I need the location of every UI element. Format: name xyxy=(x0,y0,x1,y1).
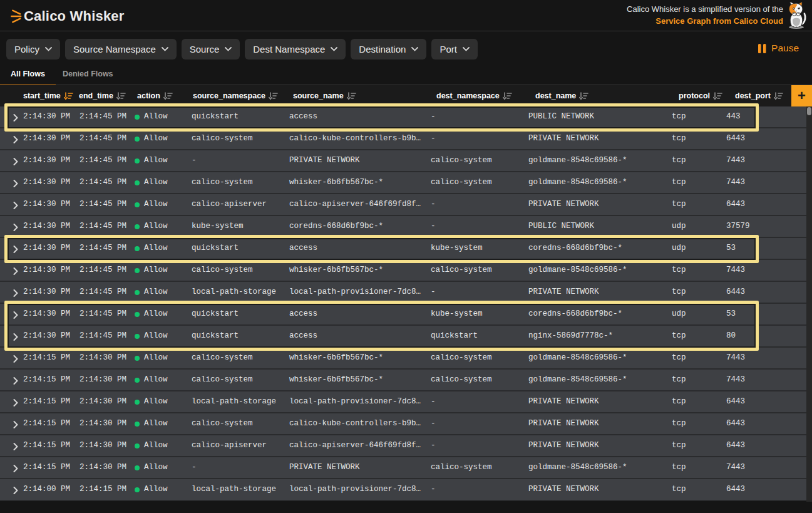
vertical-scrollbar-thumb[interactable] xyxy=(807,107,811,115)
filter-chip-chevron xyxy=(411,47,418,51)
row-expander-chevron-icon xyxy=(13,399,18,407)
column-header-protocol[interactable]: protocol xyxy=(679,85,722,106)
row-expander[interactable] xyxy=(13,399,18,409)
flow-row[interactable]: 2:14:30 PM2:14:45 PMAllowlocal-path-stor… xyxy=(0,282,806,304)
action-allow-dot xyxy=(135,334,140,339)
cell-end_time: 2:14:30 PM xyxy=(80,391,126,412)
filter-chip-dest-namespace[interactable]: Dest Namespace xyxy=(245,39,346,60)
column-header-label: protocol xyxy=(679,91,710,100)
row-expander[interactable] xyxy=(13,267,18,277)
flow-row[interactable]: 2:14:30 PM2:14:45 PMAllow-PRIVATE NETWOR… xyxy=(0,150,806,172)
column-header-source_namespace[interactable]: source_namespace xyxy=(193,85,278,106)
row-expander[interactable] xyxy=(13,487,18,497)
flow-row[interactable]: 2:14:30 PM2:14:45 PMAllowcalico-systemca… xyxy=(0,128,806,150)
row-expander-chevron-icon xyxy=(13,224,18,231)
cell-start_time: 2:14:00 PM xyxy=(23,479,70,500)
cell-action: Allow xyxy=(144,391,168,412)
app-brand: Calico Whisker xyxy=(6,6,125,27)
cell-dest_port: 6443 xyxy=(726,128,745,149)
tab-denied-flows[interactable]: Denied Flows xyxy=(52,63,124,85)
cell-end_time: 2:14:30 PM xyxy=(80,413,126,434)
row-expander[interactable] xyxy=(13,333,18,343)
flow-row[interactable]: 2:14:30 PM2:14:45 PMAllowquickstartacces… xyxy=(0,304,806,326)
row-expander[interactable] xyxy=(13,421,18,431)
flow-row[interactable]: 2:14:30 PM2:14:45 PMAllowquickstartacces… xyxy=(0,106,806,128)
row-expander[interactable] xyxy=(13,246,18,256)
filter-chip-chevron xyxy=(45,47,52,51)
cell-source_namespace: calico-system xyxy=(192,370,253,390)
row-expander[interactable] xyxy=(13,311,18,321)
column-header-end_time[interactable]: end_time xyxy=(79,85,126,106)
action-allow-dot xyxy=(135,246,140,251)
flow-row[interactable]: 2:14:30 PM2:14:45 PMAllowquickstartacces… xyxy=(0,238,806,260)
cell-protocol: tcp xyxy=(672,479,686,500)
filter-chip-policy[interactable]: Policy xyxy=(6,39,60,60)
row-expander[interactable] xyxy=(13,180,18,190)
pause-button[interactable]: Pause xyxy=(758,38,799,58)
column-header-action[interactable]: action xyxy=(137,85,173,106)
add-column-button[interactable]: + xyxy=(791,85,812,106)
column-header-dest_namespace[interactable]: dest_namespace xyxy=(436,85,512,106)
row-expander[interactable] xyxy=(13,136,18,146)
flow-row[interactable]: 2:14:15 PM2:14:30 PMAllowcalico-systemwh… xyxy=(0,348,806,370)
chevron-down-icon xyxy=(45,47,52,51)
column-header-dest_port[interactable]: dest_port xyxy=(735,85,783,106)
row-expander[interactable] xyxy=(13,465,18,475)
filter-chip-destination[interactable]: Destination xyxy=(351,39,426,60)
cell-protocol: tcp xyxy=(672,370,686,390)
service-graph-link[interactable]: Service Graph from Calico Cloud xyxy=(655,16,783,27)
column-header-dest_name[interactable]: dest_name xyxy=(535,85,588,106)
action-allow-dot xyxy=(135,158,140,163)
column-header-source_name[interactable]: source_name xyxy=(293,85,356,106)
flow-row[interactable]: 2:14:00 PM2:14:15 PMAllowlocal-path-stor… xyxy=(0,479,806,501)
cell-action: Allow xyxy=(144,128,168,149)
flow-row[interactable]: 2:14:30 PM2:14:45 PMAllowcalico-apiserve… xyxy=(0,194,806,216)
cell-dest_name: coredns-668d6bf9bc-* xyxy=(528,304,622,324)
cell-dest_namespace: calico-system xyxy=(431,172,492,193)
flow-row[interactable]: 2:14:15 PM2:14:30 PMAllowcalico-systemwh… xyxy=(0,370,806,391)
cell-source_name: coredns-668d6bf9bc-* xyxy=(289,216,383,237)
row-expander[interactable] xyxy=(13,202,18,212)
filter-chip-source[interactable]: Source xyxy=(182,39,240,60)
cell-source_namespace: local-path-storage xyxy=(192,479,276,500)
row-expander[interactable] xyxy=(13,158,18,168)
tab-all-flows[interactable]: All Flows xyxy=(0,63,56,85)
row-expander[interactable] xyxy=(13,377,18,387)
cell-dest_name: coredns-668d6bf9bc-* xyxy=(528,238,622,259)
row-expander[interactable] xyxy=(13,224,18,234)
flow-row[interactable]: 2:14:15 PM2:14:30 PMAllowlocal-path-stor… xyxy=(0,391,806,413)
row-expander[interactable] xyxy=(13,443,18,453)
flow-row[interactable]: 2:14:30 PM2:14:45 PMAllowcalico-systemwh… xyxy=(0,260,806,282)
filter-chip-source-namespace[interactable]: Source Namespace xyxy=(65,39,177,60)
filter-chip-label: Source Namespace xyxy=(73,44,156,54)
cell-action: Allow xyxy=(144,172,168,193)
flow-row[interactable]: 2:14:30 PM2:14:45 PMAllowcalico-systemwh… xyxy=(0,172,806,194)
column-header-label: end_time xyxy=(79,91,113,100)
cell-protocol: tcp xyxy=(672,172,686,193)
vertical-scrollbar-track[interactable] xyxy=(806,106,812,502)
flow-row[interactable]: 2:14:30 PM2:14:45 PMAllowkube-systemcore… xyxy=(0,216,806,238)
flow-row[interactable]: 2:14:15 PM2:14:30 PMAllowcalico-apiserve… xyxy=(0,435,806,457)
flow-row[interactable]: 2:14:15 PM2:14:30 PMAllow-PRIVATE NETWOR… xyxy=(0,457,806,479)
row-expander[interactable] xyxy=(13,114,18,124)
chevron-down-icon xyxy=(411,47,418,51)
cell-end_time: 2:14:30 PM xyxy=(80,435,126,456)
cell-start_time: 2:14:30 PM xyxy=(23,194,70,215)
cell-dest_namespace: - xyxy=(431,479,436,500)
action-allow-dot xyxy=(135,356,140,361)
cell-dest_port: 53 xyxy=(726,238,736,259)
cell-dest_port: 6443 xyxy=(726,435,745,456)
filter-chip-chevron xyxy=(225,47,232,51)
cell-dest_namespace: - xyxy=(431,216,436,237)
cell-dest_namespace: - xyxy=(431,413,436,434)
flow-row[interactable]: 2:14:30 PM2:14:45 PMAllowquickstartacces… xyxy=(0,326,806,348)
cell-source_namespace: - xyxy=(192,457,197,478)
column-header-start_time[interactable]: start_time xyxy=(23,85,73,106)
cell-start_time: 2:14:15 PM xyxy=(23,391,70,412)
flow-row[interactable]: 2:14:15 PM2:14:30 PMAllowcalico-systemca… xyxy=(0,413,806,435)
cell-source_name: calico-kube-controllers-b9b… xyxy=(289,413,421,434)
row-expander[interactable] xyxy=(13,355,18,365)
row-expander[interactable] xyxy=(13,289,18,299)
table-header: + start_timeend_timeactionsource_namespa… xyxy=(0,85,812,106)
filter-chip-port[interactable]: Port xyxy=(431,39,478,60)
